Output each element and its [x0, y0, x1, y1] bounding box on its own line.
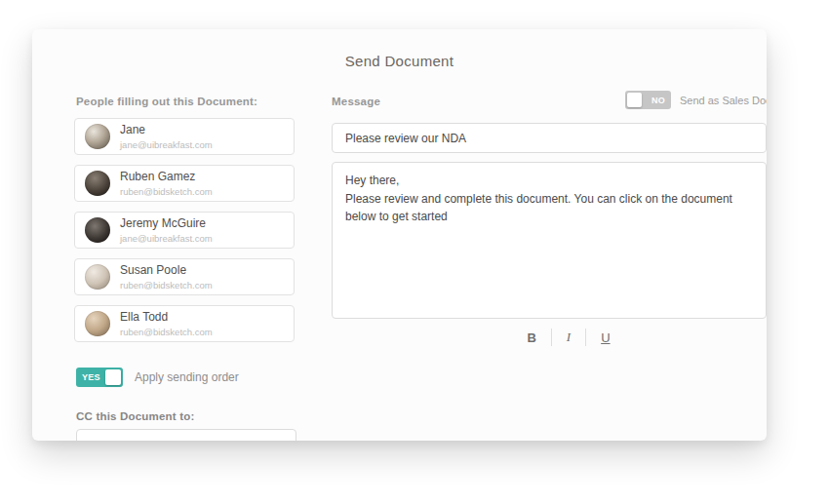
avatar [85, 311, 110, 336]
person-info: Jane jane@uibreakfast.com [120, 123, 213, 150]
person-card[interactable]: Jane jane@uibreakfast.com [74, 118, 295, 155]
avatar [85, 171, 110, 196]
toggle-state-label: NO [648, 96, 669, 105]
person-name: Ella Todd [120, 310, 213, 324]
send-document-dialog: Send Document People filling out this Do… [32, 29, 767, 441]
dialog-title: Send Document [32, 53, 767, 69]
person-card[interactable]: Ruben Gamez ruben@bidsketch.com [74, 165, 295, 202]
person-name: Jane [120, 123, 213, 136]
subject-input[interactable] [332, 123, 767, 153]
person-info: Ella Todd ruben@bidsketch.com [120, 310, 213, 337]
toggle-state-label: YES [78, 372, 104, 382]
person-card[interactable]: Jeremy McGuire jane@uibreakfast.com [74, 212, 295, 249]
bold-button[interactable]: B [512, 327, 550, 348]
send-as-sales-doc-label: Send as Sales Doc [680, 95, 767, 106]
person-email: jane@uibreakfast.com [120, 139, 213, 150]
avatar [85, 264, 110, 290]
person-email: ruben@bidsketch.com [120, 327, 213, 337]
cc-heading: CC this Document to: [76, 410, 195, 422]
toggle-knob [627, 93, 642, 107]
apply-sending-order-toggle[interactable]: YES [76, 368, 123, 387]
toggle-knob [105, 369, 121, 385]
person-name: Jeremy McGuire [120, 216, 213, 230]
person-info: Ruben Gamez ruben@bidsketch.com [120, 170, 213, 197]
message-heading: Message [332, 96, 380, 107]
person-card[interactable]: Susan Poole ruben@bidsketch.com [74, 258, 295, 295]
italic-button[interactable]: I [552, 327, 585, 348]
person-info: Jeremy McGuire jane@uibreakfast.com [120, 216, 213, 244]
person-email: ruben@bidsketch.com [120, 186, 213, 197]
person-email: jane@uibreakfast.com [120, 233, 213, 244]
person-card[interactable]: Ella Todd ruben@bidsketch.com [74, 305, 295, 342]
person-name: Susan Poole [120, 263, 213, 277]
sending-order-row: YES Apply sending order [76, 368, 239, 387]
message-body-textarea[interactable]: Hey there, Please review and complete th… [332, 162, 767, 319]
formatting-toolbar: B I U [351, 327, 767, 348]
avatar [85, 124, 110, 149]
person-info: Susan Poole ruben@bidsketch.com [120, 263, 213, 291]
send-as-sales-doc-toggle[interactable]: NO [625, 91, 671, 109]
person-name: Ruben Gamez [120, 170, 213, 183]
people-heading: People filling out this Document: [76, 96, 257, 107]
apply-sending-order-label: Apply sending order [135, 370, 239, 384]
sales-doc-row: NO Send as Sales Doc [625, 91, 767, 109]
person-email: ruben@bidsketch.com [120, 280, 213, 291]
avatar [85, 217, 110, 243]
cc-input[interactable] [76, 429, 296, 441]
underline-button[interactable]: U [586, 327, 624, 348]
people-list: Jane jane@uibreakfast.com Ruben Gamez ru… [74, 118, 295, 352]
